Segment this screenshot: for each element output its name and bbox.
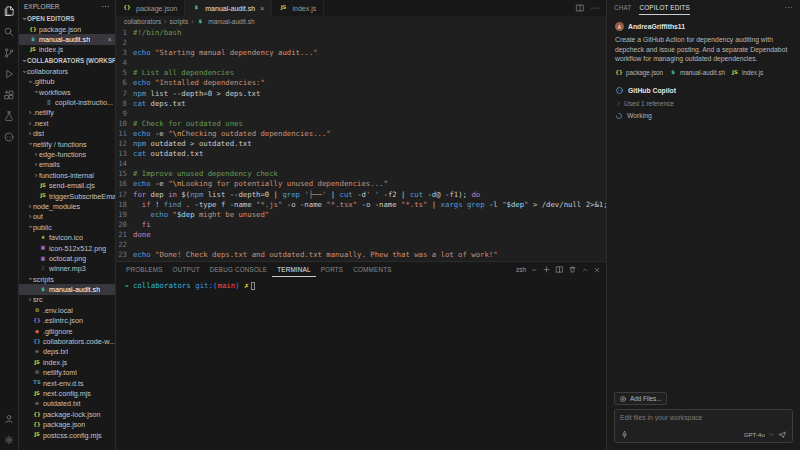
tree-file[interactable]: {}package.json <box>19 419 115 429</box>
mic-icon[interactable] <box>620 430 629 439</box>
tree-folder[interactable]: ›.netlify <box>19 108 115 118</box>
model-picker[interactable]: GPT-4o <box>744 431 765 438</box>
shell-file-icon: $ <box>669 70 677 75</box>
line-number: 12 <box>116 139 133 149</box>
add-files-button[interactable]: Add Files... <box>614 392 667 405</box>
tree-file[interactable]: {}package-lock.json <box>19 409 115 419</box>
split-terminal-icon[interactable] <box>555 265 564 274</box>
tree-file[interactable]: ≡deps.txt <box>19 347 115 357</box>
tree-file[interactable]: TSnext-env.d.ts <box>19 378 115 388</box>
tree-file[interactable]: ★favicon.ico <box>19 232 115 242</box>
chat-tab-chat[interactable]: CHAT <box>614 0 631 15</box>
tree-file[interactable]: ▣octocat.png <box>19 253 115 263</box>
new-terminal-icon[interactable] <box>542 265 551 274</box>
file-chip[interactable]: $manual-audit.sh <box>669 69 725 76</box>
tree-file[interactable]: ≡outdated.txt <box>19 399 115 409</box>
tree-folder[interactable]: ›functions-internal <box>19 170 115 180</box>
tree-file[interactable]: ◆.gitignore <box>19 326 115 336</box>
close-icon[interactable]: × <box>260 4 264 13</box>
json-file-icon: {} <box>29 27 37 32</box>
file-chip[interactable]: JSindex.js <box>731 69 763 76</box>
file-label: index.js <box>43 358 67 367</box>
panel-tab-terminal[interactable]: TERMINAL <box>272 262 315 277</box>
js-file-icon: JS <box>29 47 37 52</box>
panel-tab-comments[interactable]: COMMENTS <box>348 262 396 277</box>
open-editor-item[interactable]: $manual-audit.sh× <box>19 34 115 44</box>
tree-folder[interactable]: ›public <box>19 222 115 232</box>
maximize-panel-icon[interactable] <box>581 266 589 274</box>
code-text: done <box>133 230 151 240</box>
file-chip[interactable]: {}package.json <box>615 69 663 76</box>
tree-file[interactable]: ▣icon-512x512.png <box>19 243 115 253</box>
tree-file[interactable]: ≣copilot-instructio... <box>19 97 115 107</box>
file-label: functions-internal <box>39 171 94 180</box>
panel-tab-ports[interactable]: PORTS <box>316 262 349 277</box>
close-icon[interactable]: × <box>108 35 115 44</box>
kill-terminal-icon[interactable] <box>568 265 577 274</box>
breadcrumb-item[interactable]: collaborators <box>124 18 161 25</box>
file-label: workflows <box>39 88 71 97</box>
accounts-icon[interactable] <box>2 411 17 426</box>
tree-file[interactable]: $manual-audit.sh <box>19 284 115 294</box>
tree-folder[interactable]: ›node_modules <box>19 201 115 211</box>
editor-tab[interactable]: $manual-audit.sh× <box>185 0 272 16</box>
run-debug-icon[interactable] <box>2 66 17 81</box>
more-actions-icon[interactable] <box>590 3 600 13</box>
panel-tab-debug-console[interactable]: DEBUG CONSOLE <box>205 262 273 277</box>
tree-folder[interactable]: ›scripts <box>19 274 115 284</box>
code-editor[interactable]: 1#!/bin/bash23echo "Starting manual depe… <box>116 27 606 261</box>
editor-tab[interactable]: JSindex.js <box>272 0 324 16</box>
explorer-icon[interactable] <box>2 3 17 18</box>
tree-folder[interactable]: ›out <box>19 212 115 222</box>
env-file-icon: ⚙ <box>33 308 41 313</box>
tree-file[interactable]: {}collaborators.code-w... <box>19 336 115 346</box>
workspace-header[interactable]: › COLLABORATORS (WORKSP... <box>19 55 115 66</box>
tree-folder[interactable]: ›dist <box>19 129 115 139</box>
extensions-icon[interactable] <box>2 87 17 102</box>
file-label: collaborators.code-w... <box>43 337 115 346</box>
settings-icon[interactable] <box>2 432 17 447</box>
tree-file[interactable]: {}.eslintrc.json <box>19 316 115 326</box>
tree-file[interactable]: ⚙netlify.toml <box>19 368 115 378</box>
tree-file[interactable]: JSnext.config.mjs <box>19 388 115 398</box>
chat-more-icon[interactable] <box>784 3 793 12</box>
tree-file[interactable]: ⚙.env.local <box>19 305 115 315</box>
tree-file[interactable]: ♪winner.mp3 <box>19 264 115 274</box>
open-editors-header[interactable]: › OPEN EDITORS <box>19 13 115 24</box>
testing-icon[interactable] <box>2 108 17 123</box>
open-editor-item[interactable]: {}package.json <box>19 24 115 34</box>
assistant-row: GitHub Copilot <box>615 86 792 95</box>
panel-tab-problems[interactable]: PROBLEMS <box>121 262 168 277</box>
split-editor-icon[interactable] <box>575 3 585 13</box>
tree-file[interactable]: JSpostcss.config.mjs <box>19 430 115 440</box>
breadcrumb-item[interactable]: $manual-audit.sh <box>196 18 254 25</box>
tree-folder[interactable]: ›collaborators <box>19 66 115 76</box>
close-panel-icon[interactable] <box>593 266 601 274</box>
sidebar-more-icon[interactable] <box>101 2 110 11</box>
tree-folder[interactable]: ›emails <box>19 160 115 170</box>
source-control-icon[interactable] <box>2 45 17 60</box>
tree-folder[interactable]: ›edge-functions <box>19 149 115 159</box>
panel-tab-output[interactable]: OUTPUT <box>168 262 205 277</box>
model-chevron-icon[interactable] <box>768 431 775 438</box>
tree-folder[interactable]: ›netlify / functions <box>19 139 115 149</box>
tree-file[interactable]: JStriggerSubscribeEma... <box>19 191 115 201</box>
tree-file[interactable]: JSindex.js <box>19 357 115 367</box>
search-icon[interactable] <box>2 24 17 39</box>
send-icon[interactable] <box>778 430 787 439</box>
tree-folder[interactable]: ›src <box>19 295 115 305</box>
breadcrumb-item[interactable]: scripts <box>169 18 188 25</box>
terminal-name[interactable]: zsh <box>516 266 526 273</box>
references-toggle[interactable]: Used 1 reference <box>615 100 792 107</box>
tree-folder[interactable]: ›.github <box>19 77 115 87</box>
tree-folder[interactable]: ›.next <box>19 118 115 128</box>
chat-input[interactable] <box>620 414 787 421</box>
terminal-dropdown-icon[interactable] <box>530 266 538 274</box>
editor-tab[interactable]: {}package.json <box>116 0 185 16</box>
chat-tab-copilot-edits[interactable]: COPILOT EDITS <box>639 0 689 15</box>
open-editor-item[interactable]: JSindex.js <box>19 45 115 55</box>
tree-folder[interactable]: ›workflows <box>19 87 115 97</box>
copilot-icon[interactable] <box>2 129 17 144</box>
terminal[interactable]: → collaborators git:(main) ✗ <box>116 277 606 450</box>
tree-file[interactable]: JSsend-email.cjs <box>19 180 115 190</box>
